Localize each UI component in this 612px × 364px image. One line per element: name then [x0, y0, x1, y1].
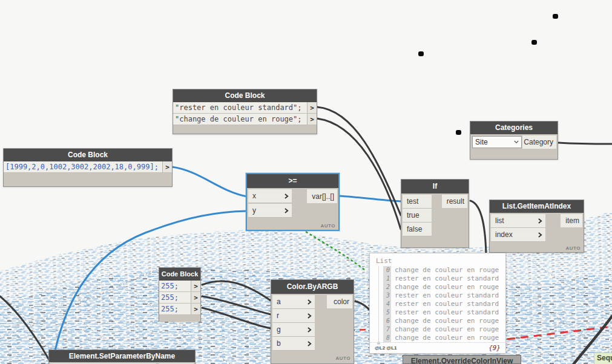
item-value: change de couleur en rouge — [395, 334, 499, 342]
code-line[interactable]: 255; > — [159, 304, 200, 315]
node-code-block-strings[interactable]: Code Block "rester en couleur standard";… — [173, 89, 317, 134]
wire-bottom-to-y[interactable] — [52, 211, 247, 364]
category-dropdown[interactable]: Site — [472, 136, 522, 148]
node-title[interactable]: Code Block — [4, 149, 172, 161]
code-line[interactable]: 255; > — [159, 281, 200, 292]
node-color-byargb[interactable]: Color.ByARGB a r g b color AUTO — [271, 279, 354, 364]
input-port-b[interactable]: b — [272, 337, 315, 351]
list-item: 1rester en couleur standard — [383, 275, 505, 283]
node-title[interactable]: Code Block — [173, 89, 317, 102]
item-value: rester en couleur standard — [395, 291, 499, 299]
node-title[interactable]: Categories — [470, 122, 558, 134]
node-title[interactable]: >= — [247, 174, 338, 188]
item-value: rester en couleur standard — [395, 300, 499, 308]
output-port-category[interactable]: Category — [522, 135, 556, 149]
input-port-g[interactable]: g — [272, 323, 315, 337]
input-port-x[interactable]: x — [248, 189, 292, 203]
node-title[interactable]: Element.SetParameterByName — [49, 350, 195, 362]
output-port-item[interactable]: item — [561, 214, 582, 227]
output-port[interactable]: > — [307, 102, 317, 113]
output-port[interactable]: > — [191, 281, 200, 291]
wire-category-out[interactable] — [558, 143, 612, 144]
input-port-list[interactable]: list — [491, 214, 545, 228]
port-arrow-icon — [538, 232, 542, 238]
item-value: rester en couleur standard — [395, 308, 499, 316]
preview-header: List — [370, 253, 505, 266]
wire-color-out[interactable] — [355, 301, 370, 311]
node-categories[interactable]: Categories Site Category — [470, 121, 558, 160]
node-set-parameter-by-name[interactable]: Element.SetParameterByName element Eleme… — [48, 349, 196, 364]
input-port-true[interactable]: true — [403, 209, 432, 223]
wire-if-result-out[interactable] — [470, 201, 486, 254]
list-item: 4rester en couleur standard — [383, 300, 505, 308]
lacing-label[interactable]: AUTO — [320, 223, 335, 229]
node-override-color-in-view[interactable]: Element.OverrideColorInView — [403, 355, 521, 364]
output-port[interactable]: > — [191, 304, 200, 314]
output-port-result[interactable]: result — [442, 195, 467, 208]
wire-bottom-left[interactable] — [0, 296, 52, 364]
wire-numbers-to-x[interactable] — [172, 167, 247, 197]
input-port-index[interactable]: index — [491, 228, 545, 242]
output-port-color[interactable]: color — [327, 295, 352, 308]
item-index: 8 — [383, 334, 391, 342]
port-arrow-icon — [538, 218, 542, 224]
item-index: 2 — [383, 283, 391, 291]
preview-list: 0change de couleur en rouge 1rester en c… — [378, 266, 505, 342]
preview-point-dot — [531, 40, 537, 45]
item-index: 5 — [383, 308, 391, 317]
node-title[interactable]: If — [401, 180, 469, 193]
output-port[interactable]: > — [191, 292, 200, 303]
list-count-badge: {9} — [489, 344, 501, 352]
lacing-label[interactable]: AUTO — [335, 356, 350, 361]
preview-footer: @L2 @L1 {9} — [370, 342, 505, 353]
output-port-var[interactable]: var[]..[] — [307, 189, 337, 203]
list-item: 5rester en couleur standard — [383, 308, 505, 317]
wire-255-to-r[interactable] — [202, 296, 271, 314]
output-port[interactable]: > — [307, 114, 317, 125]
node-if[interactable]: If test true false result — [401, 179, 469, 248]
item-index: 6 — [383, 317, 391, 325]
item-index: 7 — [383, 325, 391, 334]
input-port-a[interactable]: a — [272, 295, 315, 309]
preview-bubble[interactable]: List 0change de couleur en rouge 1rester… — [369, 253, 506, 354]
item-index: 0 — [383, 266, 391, 275]
code-line[interactable]: "change de couleur en rouge"; > — [173, 114, 317, 125]
node-code-block-numbers[interactable]: Code Block [1999,2,0,1002,3002,2002,18,0… — [3, 148, 173, 187]
input-port-test[interactable]: test — [403, 195, 432, 209]
list-levels-label[interactable]: @L2 @L1 — [375, 345, 397, 351]
list-item: 8change de couleur en rouge — [383, 334, 505, 342]
output-port[interactable]: > — [162, 161, 172, 172]
preview-point-dot — [456, 130, 461, 135]
list-item: 2change de couleur en rouge — [383, 283, 505, 291]
node-footer — [159, 315, 200, 322]
item-value: change de couleur en rouge — [395, 266, 499, 274]
preview-point-dot — [553, 14, 558, 19]
code-line[interactable]: 255; > — [159, 292, 200, 304]
item-index: 1 — [383, 275, 391, 283]
list-item: 7change de couleur en rouge — [383, 325, 505, 334]
node-list-getitematindex[interactable]: List.GetItemAtIndex list index item AUTO — [489, 200, 584, 253]
item-index: 4 — [383, 300, 391, 308]
input-port-y[interactable]: y — [248, 204, 292, 218]
node-code-block-255[interactable]: Code Block 255; > 255; > 255; > — [159, 267, 201, 322]
input-port-r[interactable]: r — [272, 309, 315, 323]
input-port-false[interactable]: false — [403, 223, 432, 236]
list-item: 6change de couleur en rouge — [383, 317, 505, 325]
code-line[interactable]: "rester en couleur standard"; > — [173, 102, 317, 114]
list-item: 3rester en couleur standard — [383, 291, 505, 300]
code-line[interactable]: [1999,2,0,1002,3002,2002,18,0,999]; > — [4, 161, 172, 173]
lacing-label[interactable]: AUTO — [565, 245, 581, 251]
item-value: rester en couleur standard — [395, 275, 499, 282]
node-title[interactable]: List.GetItemAtIndex — [490, 200, 584, 213]
preview-point-dot — [418, 51, 424, 56]
chevron-down-icon — [514, 140, 519, 144]
node-footer — [173, 125, 317, 134]
group-sequence-label[interactable]: Sequ — [594, 353, 612, 364]
node-title[interactable]: Code Block — [159, 268, 200, 281]
item-index: 3 — [383, 291, 391, 300]
item-value: change de couleur en rouge — [395, 317, 499, 325]
node-greater-equal[interactable]: >= x y var[]..[] AUTO — [246, 173, 340, 231]
port-arrow-icon — [285, 193, 289, 199]
node-title[interactable]: Color.ByARGB — [271, 280, 354, 294]
list-item: 0change de couleur en rouge — [383, 266, 505, 275]
